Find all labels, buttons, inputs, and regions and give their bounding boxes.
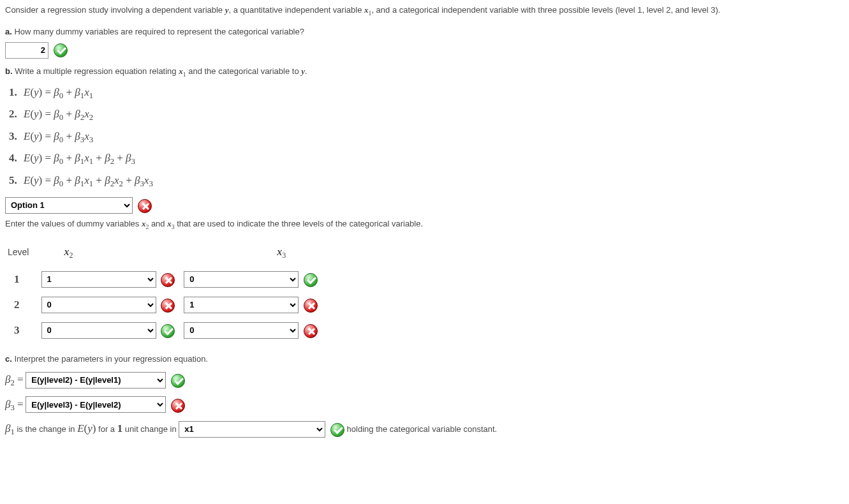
dummy-prompt: Enter the values of dummy variables x2 a… — [5, 218, 844, 232]
part-a-label: a. — [5, 27, 12, 36]
check-icon — [330, 423, 344, 437]
equation-select[interactable]: Option 1 — [5, 197, 133, 214]
beta1-suffix: holding the categorical variable constan… — [347, 424, 498, 434]
col-level: Level — [5, 242, 39, 263]
x3-level3-select[interactable]: 0 — [184, 322, 299, 339]
table-row: 3 0 0 — [5, 321, 324, 340]
x2-level1-select[interactable]: 1 — [41, 271, 156, 288]
part-a-text: How many dummy variables are required to… — [14, 27, 304, 36]
cross-icon — [304, 324, 318, 338]
beta3-select[interactable]: E(y|level3) - E(y|level2) — [26, 396, 166, 413]
equation-option-4: 4. E(y) = β0 + β1x1 + β2 + β3 — [9, 150, 844, 168]
check-icon — [54, 43, 68, 57]
equation-option-5: 5. E(y) = β0 + β1x1 + β2x2 + β3x3 — [9, 172, 844, 191]
cross-icon — [138, 199, 152, 213]
problem-intro: Consider a regression study involving a … — [5, 4, 844, 18]
col-x2: x2 — [39, 242, 182, 263]
cross-icon — [304, 299, 318, 313]
cross-icon — [161, 299, 175, 313]
x3-level1-select[interactable]: 0 — [184, 271, 299, 288]
check-icon — [171, 374, 185, 388]
x2-level3-select[interactable]: 0 — [41, 322, 156, 339]
part-b-label: b. — [5, 66, 13, 76]
equation-option-2: 2. E(y) = β0 + β2x2 — [9, 106, 844, 124]
x3-level2-select[interactable]: 1 — [184, 297, 299, 313]
beta1-row: β1 is the change in E(y) for a 1 unit ch… — [5, 420, 844, 439]
part-b: b. Write a multiple regression equation … — [5, 65, 844, 346]
equation-option-1: 1. E(y) = β0 + β1x1 — [9, 84, 844, 103]
beta1-var-select[interactable]: x1 — [179, 421, 325, 438]
beta3-row: β3 = E(y|level3) - E(y|level2) — [5, 396, 844, 415]
check-icon — [161, 324, 175, 338]
part-c-text: Interpret the parameters in your regress… — [14, 354, 208, 364]
part-c-label: c. — [5, 354, 12, 364]
dummy-table: Level x2 x3 1 1 0 2 0 1 — [5, 235, 324, 346]
beta2-select[interactable]: E(y|level2) - E(y|level1) — [26, 372, 166, 389]
beta2-row: β2 = E(y|level2) - E(y|level1) — [5, 371, 844, 390]
table-row: 2 0 1 — [5, 295, 324, 315]
part-a: a. How many dummy variables are required… — [5, 26, 844, 59]
equation-option-list: 1. E(y) = β0 + β1x1 2. E(y) = β0 + β2x2 … — [9, 84, 844, 191]
check-icon — [304, 273, 318, 287]
cross-icon — [161, 273, 175, 287]
part-c: c. Interpret the parameters in your regr… — [5, 353, 844, 439]
equation-option-3: 3. E(y) = β0 + β3x3 — [9, 128, 844, 147]
col-x3: x3 — [181, 242, 324, 263]
table-row: 1 1 0 — [5, 270, 324, 289]
cross-icon — [171, 399, 185, 413]
x2-level2-select[interactable]: 0 — [41, 297, 156, 313]
dummy-count-input[interactable] — [5, 42, 48, 59]
